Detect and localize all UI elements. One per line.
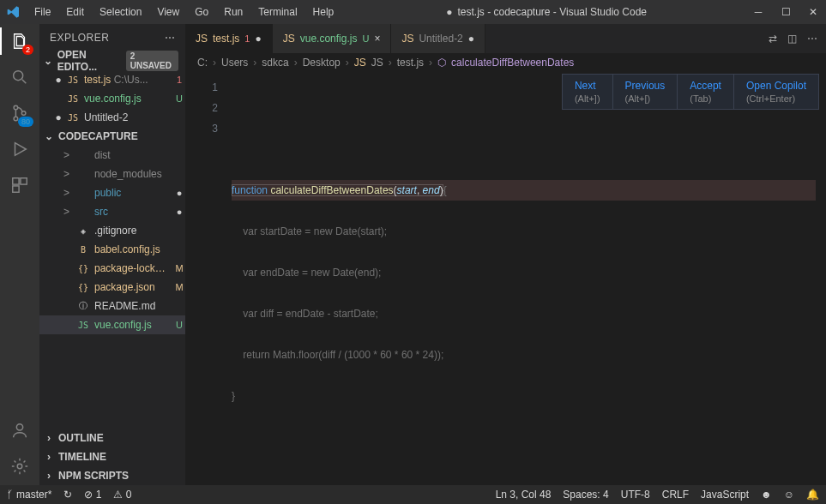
tree-item[interactable]: ◈ .gitignore	[39, 221, 185, 240]
encoding[interactable]: UTF-8	[621, 489, 650, 501]
notifications-icon[interactable]: 🔔	[806, 489, 819, 501]
breadcrumb-item[interactable]: sdkca	[262, 57, 288, 69]
open-editor-item[interactable]: JS vue.config.js U	[39, 89, 185, 108]
tree-item[interactable]: ⓘ README.md	[39, 297, 185, 315]
dirty-dot-icon[interactable]: ●	[468, 33, 474, 45]
close-tab-icon[interactable]: ×	[374, 33, 380, 45]
project-header[interactable]: ⌄ CODECAPTURE	[39, 127, 185, 146]
source-control-icon[interactable]: 80	[9, 103, 30, 123]
tree-item[interactable]: B babel.config.js	[39, 240, 185, 259]
extensions-icon[interactable]	[9, 175, 30, 195]
menu-file[interactable]: File	[27, 3, 57, 21]
dirty-dot-icon[interactable]: ●	[255, 33, 261, 45]
breadcrumb-item[interactable]: calculateDiffBetweenDates	[451, 57, 574, 69]
svg-rect-6	[13, 186, 19, 192]
svg-rect-4	[13, 178, 19, 184]
tree-item[interactable]: > public●	[39, 183, 185, 202]
minimize-icon[interactable]: ─	[752, 6, 764, 18]
file-name: README.md	[94, 300, 168, 312]
indent-setting[interactable]: Spaces: 4	[563, 489, 608, 501]
copilot-status-icon[interactable]: ☻	[761, 489, 772, 501]
file-name: vue.config.js	[94, 319, 168, 331]
run-debug-icon[interactable]	[9, 139, 30, 159]
line-gutter: 1 2 3	[185, 72, 232, 485]
copilot-action[interactable]: Next(Alt+])	[563, 75, 612, 109]
settings-gear-icon[interactable]	[9, 456, 30, 477]
tab-title: vue.config.js	[300, 33, 358, 45]
account-icon[interactable]	[9, 420, 30, 441]
copilot-action[interactable]: Accept(Tab)	[677, 75, 733, 109]
js-file-icon: JS	[67, 113, 79, 123]
chevron-right-icon: ›	[43, 470, 55, 482]
sidebar-section[interactable]: ›NPM SCRIPTS	[39, 466, 185, 485]
chevron-right-icon: >	[63, 206, 72, 218]
vertical-scrollbar[interactable]	[816, 72, 826, 485]
file-icon: {}	[77, 264, 89, 273]
open-editor-item[interactable]: ● JS test.js C:\Us... 1	[39, 70, 185, 89]
open-editor-item[interactable]: ● JS Untitled-2	[39, 108, 185, 127]
line-number: 3	[185, 118, 218, 139]
explorer-icon[interactable]: 2	[9, 31, 30, 51]
errors-count[interactable]: ⊘ 1	[84, 489, 101, 501]
file-icon: ⓘ	[77, 300, 89, 312]
compare-icon[interactable]: ⇄	[769, 33, 777, 45]
editor-tab[interactable]: JS Untitled-2 ●	[391, 24, 485, 53]
js-file-icon: JS	[67, 75, 79, 85]
editor-tabs: JS test.js 1 ●JS vue.config.js U ×JS Unt…	[185, 24, 826, 53]
file-name: Untitled-2	[84, 111, 168, 123]
breadcrumb-item[interactable]: Desktop	[303, 57, 341, 69]
menu-view[interactable]: View	[150, 3, 186, 21]
editor-tab[interactable]: JS test.js 1 ●	[185, 24, 273, 53]
tree-item[interactable]: > src●	[39, 202, 185, 221]
open-editors-header[interactable]: ⌄ OPEN EDITO... 2 UNSAVED	[39, 51, 185, 70]
section-label: NPM SCRIPTS	[58, 470, 129, 482]
copilot-action[interactable]: Open Copilot(Ctrl+Enter)	[733, 75, 818, 109]
menu-run[interactable]: Run	[217, 3, 250, 21]
code-editor[interactable]: function calculateDiffBetweenDates(start…	[232, 72, 816, 485]
maximize-icon[interactable]: ☐	[780, 6, 792, 18]
more-icon[interactable]: ⋯	[807, 33, 817, 45]
file-name: vue.config.js	[84, 93, 168, 105]
git-branch[interactable]: ᚶ master*	[7, 489, 51, 501]
sync-icon[interactable]: ↻	[63, 489, 72, 501]
breadcrumb-item[interactable]: JS	[371, 57, 383, 69]
window-title-text: test.js - codecapture - Visual Studio Co…	[457, 6, 647, 18]
menu-go[interactable]: Go	[188, 3, 215, 21]
warnings-count[interactable]: ⚠ 0	[113, 489, 131, 501]
menu-edit[interactable]: Edit	[59, 3, 91, 21]
sidebar-section[interactable]: ›TIMELINE	[39, 447, 185, 466]
cursor-position[interactable]: Ln 3, Col 48	[496, 489, 552, 501]
menu-terminal[interactable]: Terminal	[251, 3, 304, 21]
tree-item[interactable]: JS vue.config.jsU	[39, 315, 185, 334]
menu-help[interactable]: Help	[306, 3, 341, 21]
unsaved-pill: 2 UNSAVED	[126, 51, 178, 71]
breadcrumb-item[interactable]: test.js	[397, 57, 424, 69]
feedback-icon[interactable]: ☺	[784, 489, 794, 501]
vscode-logo-icon	[7, 5, 21, 19]
sidebar-section[interactable]: ›OUTLINE	[39, 429, 185, 447]
chevron-right-icon: ›	[253, 57, 256, 69]
more-icon[interactable]: ⋯	[165, 32, 176, 44]
close-icon[interactable]: ✕	[807, 6, 819, 18]
tree-item[interactable]: > dist	[39, 146, 185, 165]
tree-item[interactable]: {} package-lock.jsonM	[39, 259, 185, 278]
breadcrumb-item[interactable]: C:	[197, 57, 208, 69]
language-mode[interactable]: JavaScript	[701, 489, 749, 501]
breadcrumb-item[interactable]: Users	[221, 57, 248, 69]
chevron-right-icon: >	[63, 187, 72, 199]
search-icon[interactable]	[9, 67, 30, 87]
tree-item[interactable]: > node_modules	[39, 165, 185, 183]
line-number: 1	[185, 77, 218, 98]
tree-item[interactable]: {} package.jsonM	[39, 278, 185, 297]
js-file-icon: JS	[196, 33, 208, 45]
svg-point-8	[17, 464, 22, 469]
menu-selection[interactable]: Selection	[93, 3, 148, 21]
section-label: TIMELINE	[58, 451, 106, 463]
chevron-right-icon: >	[63, 149, 72, 161]
eol[interactable]: CRLF	[662, 489, 689, 501]
copilot-action[interactable]: Previous(Alt+[)	[612, 75, 678, 109]
js-file-icon: JS	[354, 57, 366, 69]
breadcrumb[interactable]: C:›Users›sdkca›Desktop›JSJS›test.js›⬡cal…	[185, 53, 826, 72]
split-editor-icon[interactable]: ◫	[787, 33, 797, 45]
editor-tab[interactable]: JS vue.config.js U ×	[273, 24, 392, 53]
